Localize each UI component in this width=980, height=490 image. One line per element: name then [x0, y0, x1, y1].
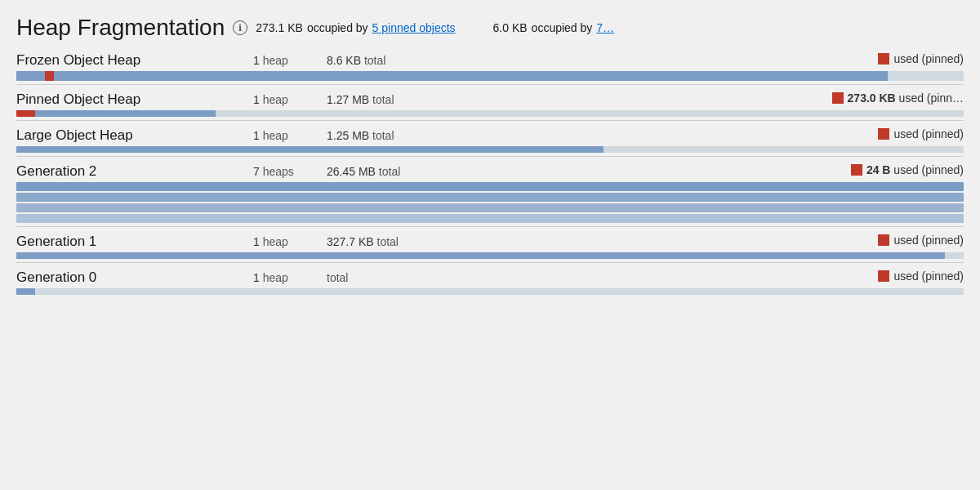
- heap-name-4: Generation 1: [16, 234, 253, 250]
- bar-pinned-fill-1: [16, 110, 35, 117]
- legend-text-1: 273.0 KB used (pinn…: [848, 91, 964, 105]
- heap-size-3: 26.45 MB total: [327, 165, 851, 178]
- heap-section-0: Frozen Object Heap1 heap8.6 KB totalused…: [16, 52, 964, 85]
- legend-text-5: used (pinned): [893, 270, 964, 283]
- bar-track-2: [16, 146, 964, 153]
- gen2-bar-row-1: [16, 193, 964, 202]
- heap-section-1: Pinned Object Heap1 heap1.27 MB total273…: [16, 91, 964, 121]
- right-stat-label: occupied by: [532, 21, 593, 34]
- heap-count-0: 1 heap: [253, 54, 327, 67]
- heap-legend-5: used (pinned): [878, 270, 964, 283]
- left-stat-group: 273.1 KB occupied by 5 pinned objects: [256, 21, 455, 34]
- divider-1: [16, 120, 964, 121]
- heap-header-row-5: Generation 01 heaptotalused (pinned): [16, 270, 964, 286]
- gen2-bar-row-0: [16, 182, 964, 191]
- divider-2: [16, 156, 964, 157]
- right-stat-link[interactable]: 7…: [596, 21, 614, 34]
- heap-fragmentation-page: Heap Fragmentation ℹ 273.1 KB occupied b…: [0, 0, 980, 490]
- heap-name-0: Frozen Object Heap: [16, 52, 253, 69]
- legend-box-4: [878, 234, 889, 246]
- heap-name-1: Pinned Object Heap: [16, 91, 253, 108]
- heap-name-2: Large Object Heap: [16, 127, 253, 144]
- legend-box-2: [878, 128, 889, 140]
- heap-count-2: 1 heap: [253, 129, 327, 142]
- heaps-container: Frozen Object Heap1 heap8.6 KB totalused…: [16, 52, 964, 295]
- bar-track-0: [16, 71, 964, 81]
- heap-section-2: Large Object Heap1 heap1.25 MB totalused…: [16, 127, 964, 157]
- left-stat-size: 273.1 KB: [256, 21, 303, 34]
- heap-size-2: 1.25 MB total: [327, 129, 878, 142]
- heap-section-5: Generation 01 heaptotalused (pinned): [16, 270, 964, 295]
- bar-used-fill-0: [16, 71, 888, 81]
- heap-header-row-4: Generation 11 heap327.7 KB totalused (pi…: [16, 234, 964, 250]
- heap-legend-3: 24 B used (pinned): [851, 163, 964, 176]
- heap-name-3: Generation 2: [16, 163, 253, 180]
- legend-text-2: used (pinned): [893, 127, 964, 140]
- left-stat-label: occupied by: [307, 21, 368, 34]
- heap-header-row-1: Pinned Object Heap1 heap1.27 MB total273…: [16, 91, 964, 108]
- info-icon[interactable]: ℹ: [233, 20, 247, 35]
- page-title: Heap Fragmentation: [16, 15, 225, 41]
- legend-box-3: [851, 164, 862, 176]
- legend-box-1: [832, 92, 844, 104]
- divider-4: [16, 262, 964, 263]
- bar-pinned-fill-0: [45, 71, 55, 81]
- legend-box-0: [878, 53, 889, 65]
- header-row: Heap Fragmentation ℹ 273.1 KB occupied b…: [16, 15, 964, 41]
- heap-legend-2: used (pinned): [878, 127, 964, 140]
- heap-header-row-3: Generation 27 heaps26.45 MB total24 B us…: [16, 163, 964, 180]
- right-stat-size: 6.0 KB: [493, 21, 528, 34]
- heap-header-row-2: Large Object Heap1 heap1.25 MB totalused…: [16, 127, 964, 144]
- heap-legend-4: used (pinned): [878, 234, 964, 247]
- heap-legend-1: 273.0 KB used (pinn…: [832, 91, 964, 105]
- heap-count-1: 1 heap: [253, 93, 327, 106]
- left-stat-link[interactable]: 5 pinned objects: [372, 21, 456, 34]
- heap-size-5: total: [327, 271, 878, 284]
- heap-size-0: 8.6 KB total: [327, 54, 878, 67]
- divider-3: [16, 226, 964, 227]
- legend-text-4: used (pinned): [893, 234, 964, 247]
- legend-text-0: used (pinned): [893, 52, 964, 65]
- bar-used-fill-1: [16, 110, 216, 117]
- heap-section-3: Generation 27 heaps26.45 MB total24 B us…: [16, 163, 964, 227]
- heap-section-4: Generation 11 heap327.7 KB totalused (pi…: [16, 234, 964, 263]
- heap-header-row-0: Frozen Object Heap1 heap8.6 KB totalused…: [16, 52, 964, 69]
- heap-count-4: 1 heap: [253, 235, 327, 248]
- bar-track-5: [16, 288, 964, 295]
- bar-track-4: [16, 252, 964, 259]
- legend-text-3: 24 B used (pinned): [866, 163, 964, 176]
- heap-legend-0: used (pinned): [878, 52, 964, 65]
- legend-box-5: [878, 270, 889, 282]
- heap-size-4: 327.7 KB total: [327, 235, 878, 248]
- heap-count-3: 7 heaps: [253, 165, 327, 178]
- header-stats: 273.1 KB occupied by 5 pinned objects 6.…: [256, 21, 964, 34]
- heap-size-1: 1.27 MB total: [327, 93, 832, 106]
- gen2-bar-row-3: [16, 214, 964, 223]
- gen2-bars-3: [16, 182, 964, 223]
- bar-used-fill-4: [16, 252, 945, 259]
- divider-0: [16, 84, 964, 85]
- right-stat-group: 6.0 KB occupied by 7…: [493, 21, 615, 34]
- heap-count-5: 1 heap: [253, 271, 327, 284]
- heap-name-5: Generation 0: [16, 270, 253, 286]
- gen2-bar-row-2: [16, 203, 964, 212]
- bar-used-fill-2: [16, 146, 604, 153]
- bar-used-fill-5: [16, 288, 35, 295]
- bar-track-1: [16, 110, 964, 117]
